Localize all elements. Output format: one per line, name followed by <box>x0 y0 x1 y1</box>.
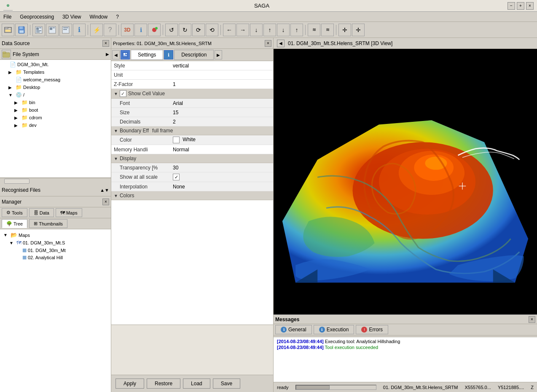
toolbar-arrow-down2[interactable]: ↓ <box>277 24 290 36</box>
toolbar-save[interactable] <box>15 24 28 36</box>
expand-icon[interactable]: ▶ <box>14 100 20 105</box>
props-nav-right[interactable]: ▶ <box>215 50 222 59</box>
props-row-style[interactable]: Style vertical <box>111 61 273 70</box>
expand-icon[interactable]: ▼ <box>3 233 9 237</box>
expand-icon[interactable]: ▶ <box>8 85 14 90</box>
tab-data[interactable]: 🗄 Data <box>29 208 54 217</box>
section-boundary-effect[interactable]: ▼ Boundary Eff full frame <box>111 126 273 135</box>
list-item[interactable]: ▶ 📁 Desktop <box>7 83 110 91</box>
properties-close[interactable]: × <box>265 40 271 47</box>
properties-info-icon[interactable]: ℹ <box>164 50 173 59</box>
list-item[interactable]: ▦ 02. Analytical Hill <box>13 254 109 261</box>
tab-settings[interactable]: Settings <box>131 50 163 60</box>
section-colors[interactable]: ▼ Colors <box>111 191 273 200</box>
tab-tools[interactable]: ⚙ Tools <box>2 208 27 217</box>
maximize-button[interactable]: + <box>517 2 524 10</box>
toolbar-arrow-left[interactable]: ← <box>223 24 236 36</box>
list-item[interactable]: ▶ 📁 dev <box>13 121 110 129</box>
expand-icon[interactable]: ▶ <box>14 115 20 120</box>
toolbar-nav4[interactable]: ⟲ <box>206 24 218 36</box>
toolbar-record[interactable] <box>148 24 161 36</box>
list-item[interactable]: ▼ 💿 / <box>7 91 110 99</box>
restore-button[interactable]: Restore <box>147 379 180 389</box>
view-nav-left[interactable]: ◀ <box>277 40 285 47</box>
tree-hscrollbar[interactable] <box>0 178 111 184</box>
expand-icon[interactable]: ▼ <box>9 241 15 245</box>
list-item[interactable]: 📄 DGM_30m_Mt. <box>1 61 110 68</box>
show-cell-value-checkbox[interactable]: ✓ <box>120 90 126 97</box>
expand-icon[interactable]: ▼ <box>8 93 14 97</box>
toolbar-zoom2[interactable]: ≋ <box>321 24 334 36</box>
props-row-interpolation[interactable]: Interpolation None <box>111 182 273 191</box>
props-row-memory[interactable]: Memory Handli Normal <box>111 145 273 154</box>
toolbar-open[interactable] <box>2 24 14 36</box>
recognised-files-dropdown[interactable]: ▲▼ <box>100 188 109 193</box>
toolbar-nav-fwd[interactable]: ↻ <box>179 24 191 36</box>
list-item[interactable]: ▼ 🗺 01. DGM_30m_Mt.S <box>8 239 109 247</box>
toolbar-zoom1[interactable]: ≋ <box>308 24 320 36</box>
menu-3dview[interactable]: 3D View <box>61 13 83 21</box>
list-item[interactable]: ▶ 📁 Templates <box>7 68 110 76</box>
toolbar-run[interactable]: ⚡ <box>90 24 103 36</box>
section-show-cell-value[interactable]: ▼ ✓ Show Cell Value <box>111 89 273 99</box>
toolbar-3d[interactable]: 3D <box>121 24 134 36</box>
save-button[interactable]: Save <box>213 379 240 389</box>
show-all-scales-checkbox[interactable]: ✓ <box>173 174 180 180</box>
list-item[interactable]: ▶ 📁 bin <box>13 99 110 106</box>
tab-general[interactable]: ℹ General <box>275 325 312 334</box>
scroll-track[interactable] <box>4 179 30 184</box>
props-row-color[interactable]: Color White <box>111 135 273 145</box>
manager-content[interactable]: ▼ 📂 Maps ▼ 🗺 01. DGM_30m_Mt.S ▦ 01. DGM_… <box>0 229 111 392</box>
tab-description[interactable]: Description <box>174 50 214 60</box>
toolbar-nav3[interactable]: ⟳ <box>192 24 205 36</box>
section-display[interactable]: ▼ Display <box>111 154 273 163</box>
list-item[interactable]: 📄 welcome_messag <box>7 76 110 83</box>
menu-file[interactable]: File <box>2 13 13 21</box>
manager-close[interactable]: × <box>102 199 109 205</box>
expand-icon[interactable]: ▶ <box>14 123 20 128</box>
toolbar-arrow-up[interactable]: ↑ <box>263 24 276 36</box>
menu-help[interactable]: ? <box>114 13 121 21</box>
menu-window[interactable]: Window <box>88 13 110 21</box>
tab-errors[interactable]: ! Errors <box>356 325 388 334</box>
toolbar-arrow-right[interactable]: → <box>236 24 249 36</box>
minimize-button[interactable]: − <box>507 2 515 10</box>
view-3d-canvas[interactable] <box>274 49 537 314</box>
list-item[interactable]: ▶ 📁 cdrom <box>13 114 110 121</box>
toolbar-btn3[interactable] <box>32 24 45 36</box>
messages-content[interactable]: [2014-08-23/08:49:44] Executing tool: An… <box>274 337 537 382</box>
tab-execution[interactable]: ℹ Execution <box>314 325 354 334</box>
props-row-show-all-scales[interactable]: Show at all scale ✓ <box>111 172 273 182</box>
filesystem-icon[interactable] <box>2 50 11 59</box>
menu-geoprocessing[interactable]: Geoprocessing <box>18 13 56 21</box>
props-row-unit[interactable]: Unit <box>111 70 273 80</box>
close-button[interactable]: × <box>526 2 534 10</box>
toolbar-info[interactable]: ℹ <box>73 24 86 36</box>
toolbar-nav-back[interactable]: ↺ <box>165 24 178 36</box>
toolbar-query[interactable]: ? <box>104 24 116 36</box>
toolbar-cross2[interactable]: ✛ <box>352 24 365 36</box>
toolbar-btn4[interactable] <box>46 24 59 36</box>
list-item[interactable]: ▶ 📁 boot <box>13 106 110 114</box>
tab-thumbnails[interactable]: ⊞ Thumbnails <box>29 219 67 228</box>
toolbar-btn5[interactable] <box>59 24 72 36</box>
statusbar-scrollbar[interactable] <box>295 385 376 390</box>
props-row-font[interactable]: Font Arial <box>111 99 273 108</box>
list-item[interactable]: ▼ 📂 Maps <box>2 231 109 239</box>
file-tree[interactable]: 📄 DGM_30m_Mt. ▶ 📁 Templates 📄 welcome_me… <box>0 60 111 178</box>
filesystem-arrow[interactable]: ▶ <box>106 52 109 56</box>
list-item[interactable]: ▦ 01. DGM_30m_Mt <box>13 247 109 254</box>
toolbar-info2[interactable]: ℹ <box>134 24 147 36</box>
props-row-transparency[interactable]: Transparency [% 30 <box>111 163 273 172</box>
props-row-decimals[interactable]: Decimals 2 <box>111 117 273 126</box>
toolbar-cross1[interactable]: ✛ <box>338 24 351 36</box>
messages-close[interactable]: × <box>529 316 535 323</box>
expand-icon[interactable]: ▶ <box>8 70 14 75</box>
tab-tree[interactable]: 🌳 Tree <box>2 219 27 228</box>
tab-maps[interactable]: 🗺 Maps <box>56 208 82 217</box>
apply-button[interactable]: Apply <box>115 379 144 389</box>
toolbar-arrow-up2[interactable]: ↑ <box>290 24 303 36</box>
expand-icon[interactable]: ▶ <box>14 108 20 113</box>
props-row-size[interactable]: Size 15 <box>111 108 273 117</box>
datasource-close[interactable]: × <box>102 40 109 47</box>
